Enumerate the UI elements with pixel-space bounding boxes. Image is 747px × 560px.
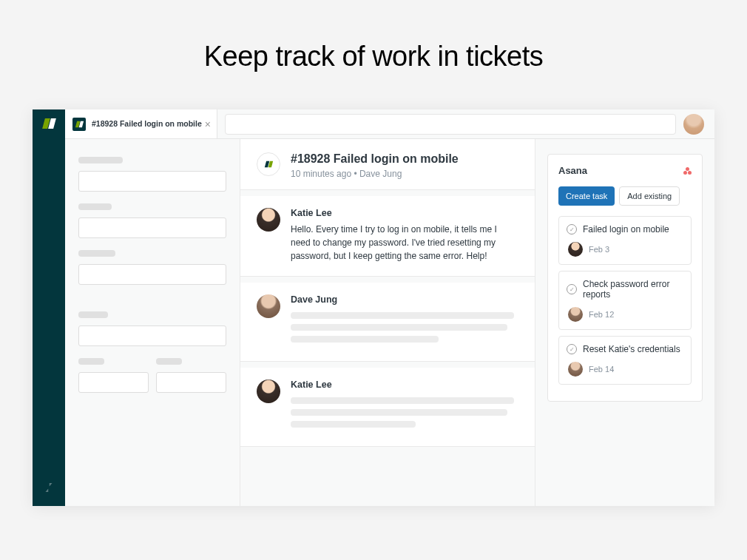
sidebar-rail — [33, 109, 65, 506]
zendesk-logo-icon — [44, 118, 55, 129]
field-label-skeleton — [78, 203, 112, 210]
task-item[interactable]: Reset Katie's credentials Feb 14 — [558, 336, 692, 385]
top-bar: #18928 Failed login on mobile × — [65, 109, 714, 139]
message: Katie Lee Hello. Every time I try to log… — [240, 196, 535, 277]
text-skeleton — [291, 324, 507, 331]
field-label-skeleton — [78, 250, 115, 257]
task-date: Feb 12 — [589, 310, 614, 319]
left-panel — [65, 139, 240, 506]
field-input[interactable] — [156, 372, 226, 393]
field-label-skeleton — [78, 358, 104, 365]
check-circle-icon[interactable] — [567, 284, 577, 294]
text-skeleton — [291, 397, 514, 404]
asana-title: Asana — [558, 165, 587, 176]
ticket-tab[interactable]: #18928 Failed login on mobile × — [65, 109, 217, 138]
task-date: Feb 14 — [589, 365, 614, 374]
ticket-header: #18928 Failed login on mobile 10 minutes… — [240, 139, 535, 190]
search-input[interactable] — [225, 114, 676, 135]
ticket-badge-icon — [257, 152, 280, 176]
check-circle-icon[interactable] — [567, 224, 577, 235]
right-panel: Asana Create task Add existing — [535, 139, 714, 506]
check-circle-icon[interactable] — [567, 344, 577, 354]
avatar — [257, 379, 280, 403]
field-input[interactable] — [78, 325, 226, 346]
task-name: Reset Katie's credentials — [583, 344, 680, 354]
field-input[interactable] — [78, 264, 226, 285]
ticket-meta: 10 minutes ago • Dave Jung — [291, 169, 459, 179]
ticket-title: #18928 Failed login on mobile — [291, 152, 459, 166]
hero-title: Keep track of work in tickets — [0, 0, 747, 109]
conversation-panel: #18928 Failed login on mobile 10 minutes… — [240, 139, 535, 506]
task-name: Check password error reports — [583, 279, 683, 300]
message-author: Katie Lee — [291, 379, 518, 390]
text-skeleton — [291, 409, 507, 416]
close-icon[interactable]: × — [205, 118, 211, 130]
zendesk-footer-icon — [42, 481, 55, 497]
task-assignee-avatar — [568, 307, 583, 322]
field-label-skeleton — [156, 358, 182, 365]
message-text: Hello. Every time I try to log in on mob… — [291, 223, 518, 263]
field-input[interactable] — [78, 372, 149, 393]
message: Dave Jung — [240, 283, 535, 362]
content-area: #18928 Failed login on mobile 10 minutes… — [65, 139, 714, 506]
task-name: Failed login on mobile — [583, 224, 669, 235]
message-author: Katie Lee — [291, 208, 518, 218]
avatar — [257, 294, 280, 318]
task-assignee-avatar — [568, 362, 583, 377]
task-date: Feb 3 — [589, 245, 609, 254]
field-label-skeleton — [78, 311, 108, 318]
task-assignee-avatar — [568, 242, 583, 257]
tab-title: #18928 Failed login on mobile — [92, 119, 202, 129]
text-skeleton — [291, 421, 416, 428]
text-skeleton — [291, 336, 439, 343]
task-item[interactable]: Failed login on mobile Feb 3 — [558, 216, 692, 265]
current-user-avatar[interactable] — [683, 114, 704, 135]
message: Katie Lee — [240, 368, 535, 447]
field-label-skeleton — [78, 157, 123, 163]
app-window: #18928 Failed login on mobile × — [33, 109, 714, 506]
field-input[interactable] — [78, 171, 226, 192]
create-task-button[interactable]: Create task — [558, 186, 615, 206]
field-input[interactable] — [78, 217, 226, 238]
text-skeleton — [291, 312, 514, 319]
asana-card: Asana Create task Add existing — [547, 154, 703, 402]
asana-logo-icon — [683, 167, 692, 175]
avatar — [257, 208, 280, 232]
message-author: Dave Jung — [291, 294, 518, 305]
add-existing-button[interactable]: Add existing — [619, 186, 680, 206]
task-item[interactable]: Check password error reports Feb 12 — [558, 271, 692, 330]
ticket-tab-icon — [72, 118, 86, 131]
